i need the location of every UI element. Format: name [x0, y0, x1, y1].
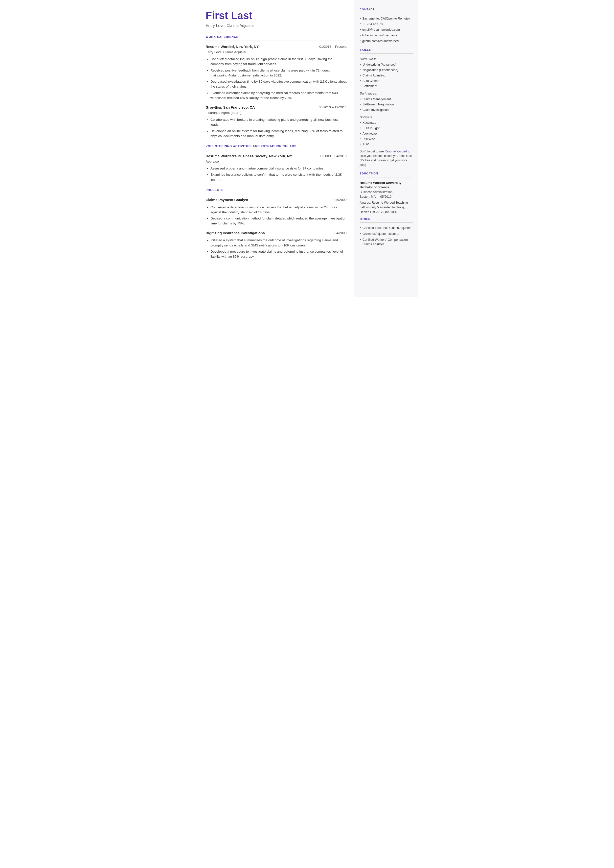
bullet-2-2: Developed an online system for tracking … — [207, 129, 347, 139]
project-block-2: Digitizing Insurance Investigations 04/2… — [206, 231, 347, 259]
software-2: EDR InSight — [360, 126, 413, 130]
bullet-1-3: Decreased investigation time by 30 days … — [207, 79, 347, 89]
project-date-2: 04/2009 — [335, 231, 347, 236]
volunteer-bullet-1-1: Assessed property and marine commercial … — [207, 166, 347, 171]
software-3: Axonwave — [360, 131, 413, 136]
contact-location: Sacramento, CA(Open to Remote) — [360, 16, 413, 21]
projects-header: PROJECTS — [206, 188, 347, 192]
other-item-1: Certified Insurance Claims Adjuster. — [360, 226, 413, 230]
job-dates-2: 06/2010 – 12/2014 — [319, 105, 347, 110]
volunteer-block-1: Resume Worded's Business Society, New Yo… — [206, 154, 347, 182]
volunteer-title-line-1: Resume Worded's Business Society, New Yo… — [206, 154, 347, 164]
job-title-line-1: Resume Worded, New York, NY Entry Level … — [206, 44, 347, 55]
job-role-2: Insurance Agent (Intern) — [206, 110, 255, 115]
company-name-2: Growthsi, San Francisco, CA — [206, 105, 255, 110]
job-role-1: Entry Level Claims Adjuster — [206, 50, 259, 55]
volunteer-company-1: Resume Worded's Business Society, New Yo… — [206, 154, 292, 159]
bullet-1-1: Conducted detailed inquiry on 1K high-pr… — [207, 57, 347, 67]
contact-email: email@resumeworded.com — [360, 28, 413, 32]
volunteer-bullet-1-2: Examined insurance policies to confirm t… — [207, 172, 347, 182]
technique-3: Claim Investigation — [360, 108, 413, 112]
other-item-2: Growthsi Adjuster License. — [360, 231, 413, 236]
bullet-2-1: Collaborated with brokers in creating ma… — [207, 117, 347, 127]
education-divider — [360, 177, 413, 177]
hard-skill-4: Auto Claims — [360, 79, 413, 83]
contact-github: github.com/resumeworded — [360, 39, 413, 43]
project-bullets-2: Initiated a system that summarizes the o… — [206, 238, 347, 259]
work-experience-header: WORK EXPERIENCE — [206, 35, 347, 39]
software-1: Xactimate — [360, 121, 413, 125]
volunteer-role-1: Appraiser — [206, 159, 292, 164]
company-role-2: Growthsi, San Francisco, CA Insurance Ag… — [206, 105, 255, 115]
hard-skills-list: Underwriting (Advanced) Negotiation (Exp… — [360, 62, 413, 89]
name-block: First Last Entry Level Claims Adjuster — [206, 10, 347, 29]
edu-degree: Bachelor of Science — [360, 185, 413, 190]
projects-divider — [206, 194, 347, 194]
project-name-1: Claims Payment Catalyst — [206, 197, 248, 203]
edu-school: Resume Worded University — [360, 180, 413, 185]
project-bullet-2-2: Developed a procedure to investigate cla… — [207, 249, 347, 259]
project-bullet-2-1: Initiated a system that summarizes the o… — [207, 238, 347, 248]
promo-text: Don't forget to use Resume Worded to sca… — [360, 149, 413, 167]
company-name-1: Resume Worded, New York, NY — [206, 44, 259, 50]
project-date-1: 05/2009 — [335, 197, 347, 202]
education-header: EDUCATION — [360, 171, 413, 175]
volunteer-bullets-1: Assessed property and marine commercial … — [206, 166, 347, 182]
skills-divider — [360, 53, 413, 54]
volunteer-company-role-1: Resume Worded's Business Society, New Yo… — [206, 154, 292, 164]
project-title-line-2: Digitizing Insurance Investigations 04/2… — [206, 231, 347, 236]
right-column: CONTACT Sacramento, CA(Open to Remote) +… — [354, 0, 419, 297]
project-bullet-1-1: Conceived a database for insurance carri… — [207, 205, 347, 215]
education-block: Resume Worded University Bachelor of Sci… — [360, 180, 413, 214]
promo-link[interactable]: Resume Worded — [385, 150, 407, 153]
software-label: Software: — [360, 115, 413, 120]
volunteering-divider — [206, 150, 347, 150]
techniques-label: Techniques: — [360, 91, 413, 96]
project-bullets-1: Conceived a database for insurance carri… — [206, 205, 347, 226]
software-5: ADP — [360, 142, 413, 147]
resume-page: First Last Entry Level Claims Adjuster W… — [196, 0, 419, 297]
software-4: RiskWise — [360, 137, 413, 141]
project-block-1: Claims Payment Catalyst 05/2009 Conceive… — [206, 197, 347, 226]
hard-skills-label: Hard Skills: — [360, 57, 413, 62]
hard-skill-2: Negotiation (Experienced) — [360, 68, 413, 73]
other-divider — [360, 222, 413, 223]
job-bullets-1: Conducted detailed inquiry on 1K high-pr… — [206, 57, 347, 101]
job-dates-1: 01/2015 – Present — [319, 44, 346, 49]
main-job-title: Entry Level Claims Adjuster — [206, 23, 347, 29]
software-list: Xactimate EDR InSight Axonwave RiskWise … — [360, 121, 413, 147]
hard-skill-3: Claims Adjusting — [360, 73, 413, 78]
technique-1: Claims Management — [360, 97, 413, 102]
technique-2: Settlement Negotiation — [360, 102, 413, 107]
volunteer-dates-1: 06/2009 – 04/2010 — [319, 154, 347, 158]
project-title-line-1: Claims Payment Catalyst 05/2009 — [206, 197, 347, 203]
contact-linkedin: linkedin.com/in/username — [360, 33, 413, 38]
volunteering-header: VOLUNTEERING ACTIVITIES AND EXTRACURRICU… — [206, 144, 347, 149]
edu-field: Business Administration — [360, 190, 413, 194]
hard-skill-5: Settlement — [360, 84, 413, 89]
project-bullet-1-2: Devised a communication method for claim… — [207, 216, 347, 226]
skills-header: SKILLS — [360, 48, 413, 52]
left-column: First Last Entry Level Claims Adjuster W… — [196, 0, 354, 297]
promo-before: Don't forget to use — [360, 150, 385, 153]
edu-awards: Awards: Resume Worded Teaching Fellow (o… — [360, 200, 413, 214]
contact-phone: +1-234-456-789 — [360, 22, 413, 26]
company-role-1: Resume Worded, New York, NY Entry Level … — [206, 44, 259, 55]
other-list: Certified Insurance Claims Adjuster. Gro… — [360, 226, 413, 247]
bullet-1-2: Received positive feedback from clients … — [207, 68, 347, 78]
job-bullets-2: Collaborated with brokers in creating ma… — [206, 117, 347, 138]
work-experience-divider — [206, 40, 347, 41]
contact-header: CONTACT — [360, 8, 413, 12]
job-block-2: Growthsi, San Francisco, CA Insurance Ag… — [206, 105, 347, 138]
contact-list: Sacramento, CA(Open to Remote) +1-234-45… — [360, 16, 413, 43]
other-item-3: Certified Workers' Compensation Claims A… — [360, 238, 413, 247]
bullet-1-4: Examined customer claims by analyzing th… — [207, 90, 347, 101]
hard-skill-1: Underwriting (Advanced) — [360, 62, 413, 67]
full-name: First Last — [206, 10, 347, 21]
edu-location-date: Boston, MA — 05/2010 — [360, 194, 413, 199]
job-block-1: Resume Worded, New York, NY Entry Level … — [206, 44, 347, 101]
other-header: OTHER — [360, 217, 413, 221]
techniques-list: Claims Management Settlement Negotiation… — [360, 97, 413, 112]
project-name-2: Digitizing Insurance Investigations — [206, 231, 265, 236]
job-title-line-2: Growthsi, San Francisco, CA Insurance Ag… — [206, 105, 347, 115]
